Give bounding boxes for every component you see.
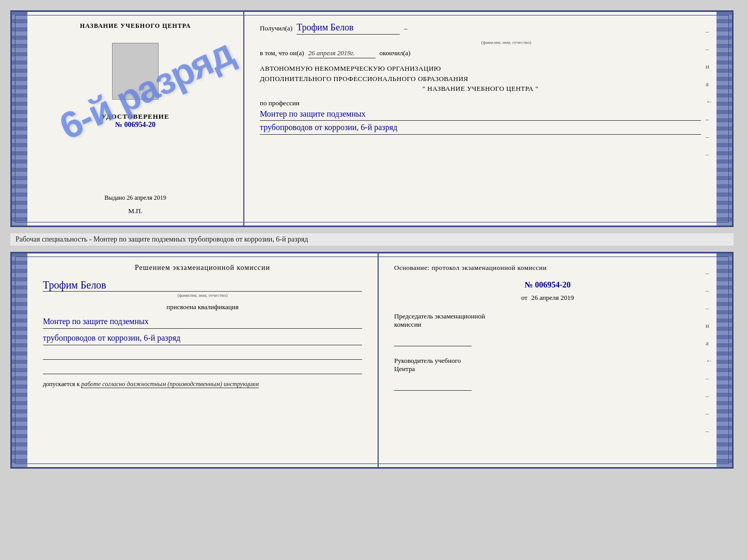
cert-bottom-left-panel: Решением экзаменационной комиссии Трофим…: [27, 253, 379, 467]
right-side-dashes: – – и а ← – – –: [706, 27, 712, 158]
po-professii-label: по профессии: [260, 99, 701, 107]
org-line1: АВТОНОМНУЮ НЕКОММЕРЧЕСКУЮ ОРГАНИЗАЦИЮ: [260, 63, 701, 74]
predsedatel-sign-line: [394, 332, 472, 346]
dash-5: ←: [706, 98, 712, 106]
top-certificate: НАЗВАНИЕ УЧЕБНОГО ЦЕНТРА УДОСТОВЕРЕНИЕ №…: [10, 10, 734, 227]
bdash-7: –: [706, 374, 712, 382]
dash-2: –: [706, 45, 712, 53]
right-binding-strip-top: [716, 12, 732, 226]
org-quote1: ": [423, 85, 426, 92]
dopuskaetsya-label: допускается к: [43, 380, 80, 388]
cert-top-inner: НАЗВАНИЕ УЧЕБНОГО ЦЕНТРА УДОСТОВЕРЕНИЕ №…: [27, 12, 716, 226]
completion-date: 26 апреля 2019г.: [308, 49, 376, 58]
vtom-label: в том, что он(а): [260, 49, 304, 57]
dash-4: а: [706, 80, 712, 88]
between-label: Рабочая специальность - Монтер по защите…: [10, 233, 734, 246]
resheniem-title: Решением экзаменационной комиссии: [43, 264, 362, 272]
cert-top-right-panel: Получил(а) Трофим Белов – (фамилия, имя,…: [244, 12, 716, 226]
profession-block: по профессии Монтер по защите подземных …: [260, 99, 701, 135]
predsedatel-line2: комиссии: [394, 321, 701, 329]
poluchil-label: Получил(а): [260, 24, 292, 33]
cert-bottom-right-panel: Основание: протокол экзаменационной коми…: [379, 253, 716, 467]
bdash-9: –: [706, 409, 712, 418]
predsedatel-line1: Председатель экзаменационной: [394, 312, 701, 321]
vtom-line: в том, что он(а) 26 апреля 2019г. окончи…: [260, 49, 701, 58]
rukovoditel-sign-line: [394, 376, 472, 391]
cert-top-title: НАЗВАНИЕ УЧЕБНОГО ЦЕНТРА: [80, 22, 191, 30]
bottom-recipient-name: Трофим Белов: [43, 279, 362, 292]
right-dashes-bottom: – – – и а ← – – – –: [706, 269, 712, 435]
mp-label: М.П.: [128, 207, 142, 215]
dash-8: –: [706, 150, 712, 158]
vidan-label: Выдано: [104, 194, 125, 201]
cert-top-left-panel: НАЗВАНИЕ УЧЕБНОГО ЦЕНТРА УДОСТОВЕРЕНИЕ №…: [27, 12, 244, 226]
dash-7: –: [706, 133, 712, 141]
bdash-1: –: [706, 269, 712, 277]
org-name-line: " НАЗВАНИЕ УЧЕБНОГО ЦЕНТРА ": [260, 84, 701, 94]
page-wrapper: НАЗВАНИЕ УЧЕБНОГО ЦЕНТРА УДОСТОВЕРЕНИЕ №…: [10, 10, 738, 469]
dash-6: –: [706, 115, 712, 123]
bdash-4: и: [706, 322, 712, 330]
osnovanie-title: Основание: протокол экзаменационной коми…: [394, 264, 701, 272]
recipient-name: Трофим Белов: [297, 22, 400, 35]
protocol-number: № 006954-20: [394, 280, 701, 290]
dash-after-name: –: [404, 24, 408, 33]
profession-line2: трубопроводов от коррозии, 6-й разряд: [260, 121, 701, 135]
vidan-date: 26 апреля 2019: [127, 194, 166, 201]
bdash-10: –: [706, 427, 712, 435]
dash-1: –: [706, 27, 712, 36]
right-binding-strip-bottom: [716, 253, 732, 467]
udostoverenie-block: УДОСТОВЕРЕНИЕ № 006954-20: [101, 113, 169, 129]
org-name: НАЗВАНИЕ УЧЕБНОГО ЦЕНТРА: [427, 85, 533, 92]
rukovoditel-line1: Руководитель учебного: [394, 357, 701, 365]
predsedatel-block: Председатель экзаменационной комиссии: [394, 312, 701, 346]
dash-3: и: [706, 62, 712, 71]
blank-line-1: [43, 349, 362, 360]
org-line2: ДОПОЛНИТЕЛЬНОГО ПРОФЕССИОНАЛЬНОГО ОБРАЗО…: [260, 74, 701, 84]
blank-line-2: [43, 364, 362, 374]
org-block: АВТОНОМНУЮ НЕКОММЕРЧЕСКУЮ ОРГАНИЗАЦИЮ ДО…: [260, 63, 701, 94]
left-binding-strip-bottom: [12, 253, 27, 467]
ot-line: от 26 апреля 2019: [394, 294, 701, 302]
fio-hint-top: (фамилия, имя, отчество): [311, 40, 701, 45]
bottom-certificate: Решением экзаменационной комиссии Трофим…: [10, 252, 734, 469]
dopuskaetsya-text: работе согласно должностным (производств…: [81, 380, 259, 388]
ot-label: от: [521, 294, 527, 301]
okonchill-label: окончил(а): [380, 49, 411, 57]
profession-line1: Монтер по защите подземных: [260, 107, 701, 121]
bottom-fio-hint: (фамилия, имя, отчество): [43, 293, 362, 298]
prisvoyena-label: присвоена квалификация: [43, 303, 362, 311]
vidan-block: Выдано 26 апреля 2019: [104, 184, 166, 202]
ot-date: 26 апреля 2019: [531, 294, 574, 301]
dopuskaetsya-line: допускается к работе согласно должностны…: [43, 380, 362, 388]
bdash-5: а: [706, 339, 712, 347]
rukovoditel-line2: Центра: [394, 365, 701, 373]
left-binding-strip: [12, 12, 27, 226]
qualification-line1: Монтер по защите подземных: [43, 314, 362, 329]
photo-placeholder: [112, 43, 159, 100]
bdash-8: –: [706, 392, 712, 400]
udostoverenie-number: № 006954-20: [101, 121, 169, 129]
poluchil-line: Получил(а) Трофим Белов –: [260, 22, 701, 35]
bdash-2: –: [706, 286, 712, 295]
bdash-3: –: [706, 304, 712, 312]
rukovoditel-block: Руководитель учебного Центра: [394, 357, 701, 391]
qualification-line2: трубопроводов от коррозии, 6-й разряд: [43, 331, 362, 345]
bdash-6: ←: [706, 357, 712, 365]
cert-bottom-inner: Решением экзаменационной комиссии Трофим…: [27, 253, 716, 467]
org-quote2: ": [535, 85, 538, 92]
udostoverenie-title: УДОСТОВЕРЕНИЕ: [101, 113, 169, 121]
